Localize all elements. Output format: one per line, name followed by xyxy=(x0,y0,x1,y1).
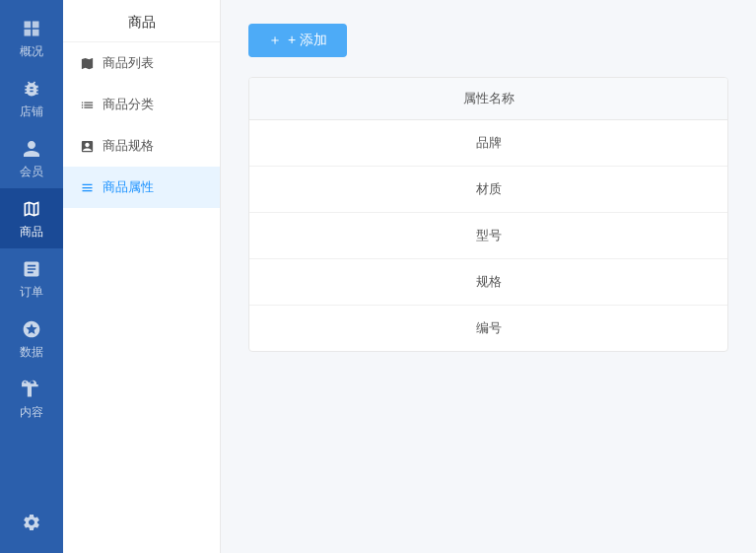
list-icon xyxy=(79,97,95,112)
sidebar-item-member[interactable]: 会员 xyxy=(0,128,63,188)
product-icon xyxy=(21,198,42,220)
sidebar-item-product[interactable]: 商品 xyxy=(0,188,63,248)
add-button[interactable]: ＋ + 添加 xyxy=(248,24,347,57)
sidebar-item-shop[interactable]: 店铺 xyxy=(0,68,63,128)
sub-menu-product-attr[interactable]: 商品属性 xyxy=(63,167,220,208)
sidebar-item-content[interactable]: 内容 xyxy=(0,369,63,429)
table-row[interactable]: 品牌 xyxy=(249,120,727,167)
grid-icon xyxy=(21,18,42,39)
sub-menu-label: 商品规格 xyxy=(103,137,154,155)
sub-menu-label: 商品列表 xyxy=(103,54,154,72)
sub-menu-product-list[interactable]: 商品列表 xyxy=(63,42,220,84)
order-icon xyxy=(21,258,42,280)
table-header: 属性名称 xyxy=(249,78,727,120)
sidebar-item-label: 概况 xyxy=(20,43,43,60)
table-row[interactable]: 规格 xyxy=(249,259,727,306)
add-icon: ＋ xyxy=(268,32,282,49)
sidebar-item-label: 内容 xyxy=(20,404,43,421)
sidebar-item-label: 会员 xyxy=(20,164,43,180)
table-row[interactable]: 材质 xyxy=(249,167,727,213)
sidebar-item-label: 订单 xyxy=(20,284,43,301)
sidebar-item-settings[interactable] xyxy=(0,502,63,541)
main-sidebar: 概况 店铺 会员 商品 订单 数据 内容 xyxy=(0,0,63,553)
attr-icon xyxy=(79,179,95,195)
sub-menu-product-category[interactable]: 商品分类 xyxy=(63,84,220,125)
sub-menu-label: 商品属性 xyxy=(103,178,154,196)
data-icon xyxy=(21,318,42,340)
content-icon xyxy=(21,379,42,400)
box-icon xyxy=(79,55,95,71)
main-content: ＋ + 添加 属性名称 品牌 材质 型号 规格 编号 xyxy=(221,0,756,553)
attribute-table: 属性名称 品牌 材质 型号 规格 编号 xyxy=(248,77,728,352)
spec-icon xyxy=(79,138,95,154)
shop-icon xyxy=(21,78,42,100)
sidebar-item-overview[interactable]: 概况 xyxy=(0,8,63,68)
sidebar-bottom xyxy=(0,502,63,553)
table-row[interactable]: 型号 xyxy=(249,213,727,259)
user-icon xyxy=(21,138,42,160)
sub-menu-product-spec[interactable]: 商品规格 xyxy=(63,125,220,167)
sidebar-item-data[interactable]: 数据 xyxy=(0,309,63,369)
sub-sidebar: 商品 商品列表 商品分类 商品规格 商品属性 xyxy=(63,0,221,553)
sub-sidebar-title: 商品 xyxy=(63,0,220,42)
sidebar-item-label: 店铺 xyxy=(20,104,43,120)
table-row[interactable]: 编号 xyxy=(249,306,727,351)
sidebar-item-order[interactable]: 订单 xyxy=(0,248,63,309)
sidebar-item-label: 商品 xyxy=(20,224,43,241)
sidebar-item-label: 数据 xyxy=(20,344,43,361)
gear-icon xyxy=(21,512,42,533)
sub-menu-label: 商品分类 xyxy=(103,96,154,113)
